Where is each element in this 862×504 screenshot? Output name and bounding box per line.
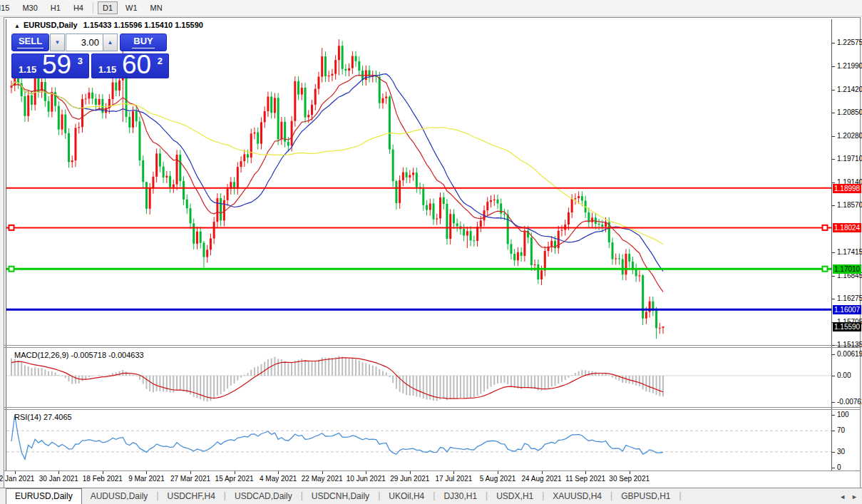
chart-tab-usdcnh-daily[interactable]: USDCNH,Daily: [303, 488, 378, 504]
scale-tick-mark: [832, 66, 835, 67]
rsi-pane-canvas[interactable]: [6, 410, 831, 470]
chart-tab-usdchf-h4[interactable]: USDCHF,H4: [159, 488, 224, 504]
sell-price-box[interactable]: 1.15 59 3: [11, 53, 89, 78]
scale-tick-mark: [832, 159, 835, 160]
time-axis-tick: [146, 471, 147, 474]
time-axis-label: 24 Aug 2021: [521, 475, 561, 483]
toolbar-separator: [93, 2, 93, 14]
time-axis-tick: [103, 471, 103, 474]
scale-tick-mark: [832, 376, 835, 376]
price-scale-label: 1.15135: [837, 341, 862, 349]
time-axis-label: 29 Jun 2021: [390, 475, 429, 483]
one-click-collapse-icon[interactable]: ▲: [14, 23, 20, 29]
price-axis[interactable]: 1.225751.219901.214201.208501.202801.197…: [832, 18, 860, 488]
buy-button-label: BUY: [132, 36, 154, 48]
price-scale-label: 0.00: [837, 371, 851, 379]
volume-input[interactable]: [66, 34, 103, 51]
scale-tick-mark: [832, 136, 835, 137]
tabs-scroll-right-icon[interactable]: ►: [851, 493, 858, 500]
hline-handle[interactable]: [823, 225, 828, 230]
scale-tick-mark: [832, 452, 835, 453]
scale-tick-mark: [832, 90, 835, 91]
pane-separator[interactable]: [4, 347, 860, 348]
timeframe-button-mn[interactable]: MN: [145, 1, 168, 14]
price-scale-label: 0.006193: [837, 350, 862, 358]
price-scale-label: 1.21990: [837, 62, 862, 70]
chart-tab-usdx-h1[interactable]: USDX,H1: [488, 488, 542, 504]
timeframe-button-w1[interactable]: W1: [120, 1, 143, 14]
tab-separator: |: [679, 488, 682, 504]
chart-tab-gbpusd-h1[interactable]: GBPUSD,H1: [612, 488, 679, 504]
time-axis-label: 15 Apr 2021: [215, 475, 254, 483]
timeframe-button-d1[interactable]: D1: [98, 1, 118, 14]
buy-price-small: 1.15: [98, 64, 116, 75]
timeframe-button-h4[interactable]: H4: [68, 1, 88, 14]
time-axis-tick: [585, 471, 586, 474]
hline-price-badge: 1.17010: [833, 264, 861, 274]
hline-price-badge: 1.18998: [833, 184, 861, 193]
price-scale-label: 1.16275: [837, 294, 862, 302]
ohlc-values: 1.15433 1.15596 1.15410 1.15590: [83, 21, 203, 29]
time-axis-tick: [322, 471, 323, 474]
sell-button-label: SELL: [17, 36, 43, 48]
time-axis-label: 10 Jun 2021: [347, 475, 386, 483]
scale-tick-mark: [832, 345, 835, 346]
price-scale-label: 100: [837, 411, 849, 418]
hline-price-badge: 1.16007: [833, 305, 861, 314]
time-axis-label: 18 Feb 2021: [83, 475, 123, 483]
chart-title: ▲EURUSD,Daily1.15433 1.15596 1.15410 1.1…: [14, 21, 203, 29]
chart-tab-usdcad-daily[interactable]: USDCAD,Daily: [226, 488, 301, 504]
chart-window[interactable]: ▲EURUSD,Daily1.15433 1.15596 1.15410 1.1…: [4, 17, 861, 488]
mt4-application: M15M30H1H4D1W1MN ▲EURUSD,Daily1.15433 1.…: [0, 0, 862, 504]
chart-tab-eurusd-daily[interactable]: EURUSD,Daily: [6, 488, 82, 504]
price-scale-label: 1.17415: [837, 248, 862, 256]
chart-tab-ukoil-h4[interactable]: UKOil,H4: [380, 488, 433, 504]
hline-handle[interactable]: [823, 267, 828, 272]
price-scale-label: 1.22575: [837, 38, 862, 46]
buy-button[interactable]: BUY: [120, 34, 167, 51]
hline-handle[interactable]: [9, 225, 14, 230]
time-axis-tick: [542, 471, 543, 474]
scale-tick-mark: [832, 415, 835, 416]
pane-separator[interactable]: [4, 345, 860, 346]
chart-tab-bar: EURUSD,DailyAUDUSD,Daily|USDCHF,H4|USDCA…: [0, 488, 862, 504]
x-axis-line: [4, 470, 860, 471]
timeframe-button-m15[interactable]: M15: [0, 1, 14, 14]
buy-price-pip: 2: [158, 56, 163, 66]
time-axis-label: 22 May 2021: [302, 475, 343, 483]
price-scale-label: 1.20850: [837, 108, 862, 116]
scale-tick-mark: [832, 113, 835, 113]
time-axis-tick: [190, 471, 191, 474]
volume-increase-button[interactable]: ▲: [103, 34, 118, 51]
hline-handle[interactable]: [9, 267, 14, 272]
tabs-scroll-left-icon[interactable]: ◄: [839, 493, 846, 500]
timeframe-button-h1[interactable]: H1: [46, 1, 66, 14]
pane-separator[interactable]: [4, 407, 860, 408]
time-axis-tick: [453, 471, 454, 474]
price-scale-label: 1.20280: [837, 132, 862, 140]
buy-price-big: 60: [122, 50, 151, 80]
scale-tick-mark: [832, 182, 835, 183]
scale-tick-mark: [832, 354, 835, 355]
time-axis-label: 5 Aug 2021: [480, 475, 516, 483]
chart-tab-audusd-daily[interactable]: AUDUSD,Daily: [82, 488, 157, 504]
scale-tick-mark: [832, 252, 835, 253]
price-scale-label: 30: [837, 448, 845, 456]
sell-price-big: 59: [42, 50, 71, 80]
scale-tick-mark: [832, 276, 835, 277]
pane-separator[interactable]: [4, 409, 860, 410]
time-axis-label: 30 Sep 2021: [609, 475, 650, 483]
time-axis-tick: [58, 471, 59, 474]
sell-button[interactable]: SELL: [11, 34, 49, 51]
timeframe-button-m30[interactable]: M30: [17, 1, 42, 14]
time-axis-tick: [366, 471, 366, 474]
scale-tick-mark: [832, 468, 835, 468]
time-axis-label: 17 Jul 2021: [436, 475, 473, 483]
time-axis-tick: [15, 471, 16, 474]
buy-price-box[interactable]: 1.15 60 2: [91, 53, 169, 78]
price-scale-label: 0: [837, 463, 841, 471]
chart-tab-dj30-h1[interactable]: DJ30,H1: [435, 488, 486, 504]
volume-decrease-button[interactable]: ▼: [50, 34, 65, 51]
current-price-badge: 1.15590: [833, 322, 861, 331]
chart-tab-xauusd-h4[interactable]: XAUUSD,H4: [544, 488, 610, 504]
